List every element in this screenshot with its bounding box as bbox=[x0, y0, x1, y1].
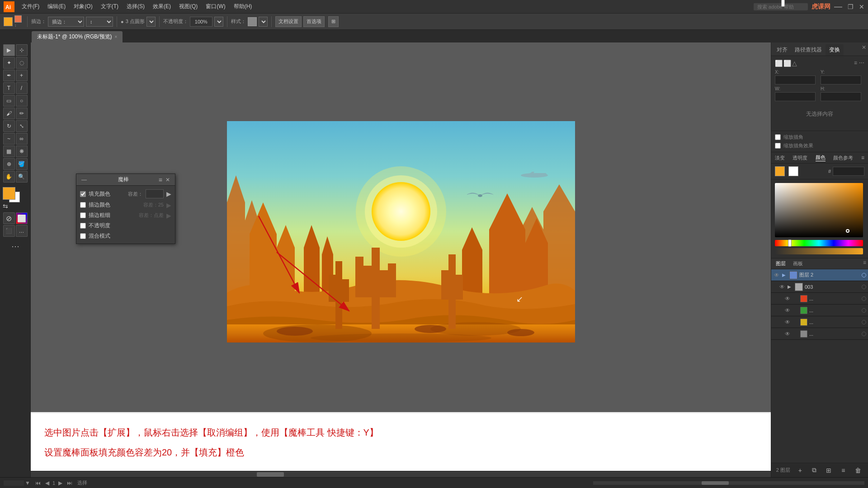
screen-mode-icon[interactable]: ⬛ bbox=[3, 225, 15, 237]
page-first-btn[interactable]: ⏮ bbox=[34, 480, 42, 486]
lasso-tool[interactable]: ◌ bbox=[16, 57, 28, 69]
transform-more-icon[interactable]: ⋯ bbox=[859, 60, 864, 67]
opacity-checkbox[interactable] bbox=[80, 223, 86, 229]
transparency-tab[interactable]: 淡变 bbox=[775, 155, 785, 161]
select-tool[interactable]: ▶ bbox=[3, 44, 15, 56]
page-last-btn[interactable]: ⏭ bbox=[66, 480, 74, 486]
menu-effect[interactable]: 效果(E) bbox=[149, 2, 175, 11]
minimize-btn[interactable]: — bbox=[834, 2, 842, 11]
page-next-btn[interactable]: ▶ bbox=[57, 480, 64, 486]
line-tool[interactable]: / bbox=[16, 82, 28, 94]
ellipse-tool[interactable]: ○ bbox=[16, 95, 28, 107]
color1-target-dot[interactable] bbox=[862, 296, 866, 301]
eyedropper-tool[interactable]: ⊕ bbox=[3, 158, 15, 170]
menu-window[interactable]: 窗口(W) bbox=[202, 2, 229, 11]
opacity-tab[interactable]: 透明度 bbox=[793, 155, 807, 161]
magic-wand-tool[interactable]: ✦ bbox=[3, 57, 15, 69]
more-tools-icon[interactable]: … bbox=[16, 225, 28, 237]
right-panel-close-btn[interactable]: ✕ bbox=[862, 44, 866, 56]
menu-select[interactable]: 选择(S) bbox=[123, 2, 148, 11]
zoom-dropdown-icon[interactable]: ▼ bbox=[25, 480, 30, 486]
tab-pathfinder[interactable]: 路径查找器 bbox=[791, 44, 826, 56]
layers-delete-btn[interactable]: 🗑 bbox=[853, 466, 863, 475]
tab-align[interactable]: 对齐 bbox=[773, 44, 791, 56]
point-select[interactable]: ▼ bbox=[146, 17, 156, 27]
brush-style-select[interactable]: ↕ bbox=[86, 17, 113, 27]
layer-row-color1[interactable]: 👁 ... bbox=[771, 293, 868, 305]
layers-options-btn[interactable]: ≡ bbox=[840, 466, 847, 475]
transform-h-input[interactable] bbox=[821, 92, 861, 101]
opacity-select[interactable]: ▼ bbox=[214, 17, 223, 27]
fill-color-checkbox[interactable] bbox=[80, 191, 86, 197]
stroke-color-checkbox[interactable] bbox=[80, 202, 86, 208]
blend-tool[interactable]: ∞ bbox=[16, 133, 28, 145]
zoom-input[interactable]: 100% bbox=[4, 480, 24, 486]
fill-tolerance-expand-icon[interactable]: ▶ bbox=[166, 190, 171, 197]
fill-tolerance-input[interactable]: 20 bbox=[146, 189, 164, 198]
hue-slider[interactable] bbox=[775, 240, 863, 246]
pencil-tool[interactable]: ✏ bbox=[16, 108, 28, 119]
layers-tab-layers[interactable]: 图层 bbox=[773, 259, 788, 268]
style-swatch[interactable] bbox=[248, 17, 257, 26]
layers-menu-icon[interactable]: ≡ bbox=[863, 259, 866, 268]
color4-eye-icon[interactable]: 👁 bbox=[784, 330, 791, 338]
magic-panel-minimize[interactable]: — bbox=[80, 177, 88, 183]
layer2-target-dot[interactable] bbox=[862, 273, 866, 277]
layer003-eye-icon[interactable]: 👁 bbox=[778, 283, 786, 291]
color-picker-area[interactable] bbox=[771, 179, 868, 258]
bg-swatch[interactable] bbox=[788, 166, 798, 176]
zoom-tool[interactable]: 🔍 bbox=[16, 171, 28, 183]
foreground-color[interactable] bbox=[3, 187, 15, 200]
color-tab[interactable]: 颜色 bbox=[816, 154, 826, 161]
doc-settings-btn[interactable]: 文档设置 bbox=[275, 16, 302, 27]
menu-file[interactable]: 文件(F) bbox=[18, 2, 43, 11]
hue-slider-handle[interactable] bbox=[788, 239, 792, 247]
direct-select-tool[interactable]: ⊹ bbox=[16, 44, 28, 56]
color2-eye-icon[interactable]: 👁 bbox=[784, 307, 791, 314]
magic-panel-titlebar[interactable]: — 魔棒 ≡ ✕ bbox=[76, 174, 175, 186]
color-picker-gradient[interactable] bbox=[775, 183, 863, 237]
transform-menu-icon[interactable]: ≡ bbox=[854, 60, 857, 67]
magic-panel-close-btn[interactable]: ✕ bbox=[164, 177, 171, 183]
color2-target-dot[interactable] bbox=[862, 308, 866, 313]
layer2-expand-icon[interactable]: ▶ bbox=[782, 272, 788, 277]
pen-tool[interactable]: ✒ bbox=[3, 70, 15, 81]
layers-add-btn[interactable]: + bbox=[797, 466, 804, 475]
color-guide-tab[interactable]: 颜色参考 bbox=[833, 155, 853, 161]
transform-y-input[interactable] bbox=[821, 75, 861, 84]
add-anchor-tool[interactable]: + bbox=[16, 70, 28, 81]
swap-colors-icon[interactable]: ⇆ bbox=[3, 202, 8, 210]
tab-close-btn[interactable]: × bbox=[115, 34, 118, 39]
scale-effects-checkbox[interactable] bbox=[775, 143, 781, 149]
arrange-btn[interactable]: ⊞ bbox=[328, 16, 339, 27]
bottom-scrollbar-thumb[interactable] bbox=[257, 472, 284, 477]
progress-bar[interactable] bbox=[593, 481, 864, 485]
expand-tools-icon[interactable]: ⋯ bbox=[11, 241, 19, 251]
color-icon[interactable]: ⬜ bbox=[16, 212, 28, 224]
type-tool[interactable]: T bbox=[3, 82, 15, 94]
style-select[interactable]: ▼ bbox=[259, 17, 268, 27]
menu-object[interactable]: 对象(O) bbox=[70, 2, 96, 11]
rotate-tool[interactable]: ↻ bbox=[3, 120, 15, 132]
brush-tool[interactable]: 🖌 bbox=[3, 108, 15, 119]
page-prev-btn[interactable]: ◀ bbox=[44, 480, 51, 486]
layer2-eye-icon[interactable]: 👁 bbox=[773, 272, 780, 279]
blend-mode-checkbox[interactable] bbox=[80, 233, 86, 239]
layers-tab-artboards[interactable]: 画板 bbox=[790, 259, 806, 268]
layer-row-layer2[interactable]: 👁 ▶ 图层 2 bbox=[771, 269, 868, 281]
layer-row-color2[interactable]: 👁 ... bbox=[771, 305, 868, 316]
layer-row-003[interactable]: 👁 ▶ 003 bbox=[771, 281, 868, 293]
close-btn[interactable]: ✕ bbox=[859, 3, 864, 10]
rect-tool[interactable]: ▭ bbox=[3, 95, 15, 107]
menu-help[interactable]: 帮助(H) bbox=[230, 2, 256, 11]
paint-bucket-tool[interactable]: 🪣 bbox=[16, 158, 28, 170]
color-section-menu[interactable]: ≡ bbox=[861, 155, 864, 161]
color3-target-dot[interactable] bbox=[862, 320, 866, 324]
search-input[interactable] bbox=[754, 3, 808, 10]
restore-btn[interactable]: ❐ bbox=[848, 3, 854, 10]
opacity-input[interactable] bbox=[190, 17, 212, 27]
transform-w-input[interactable] bbox=[775, 92, 816, 101]
fill-color-swatch[interactable] bbox=[4, 17, 13, 26]
color4-target-dot[interactable] bbox=[862, 332, 866, 336]
layer003-target-dot[interactable] bbox=[862, 285, 866, 289]
